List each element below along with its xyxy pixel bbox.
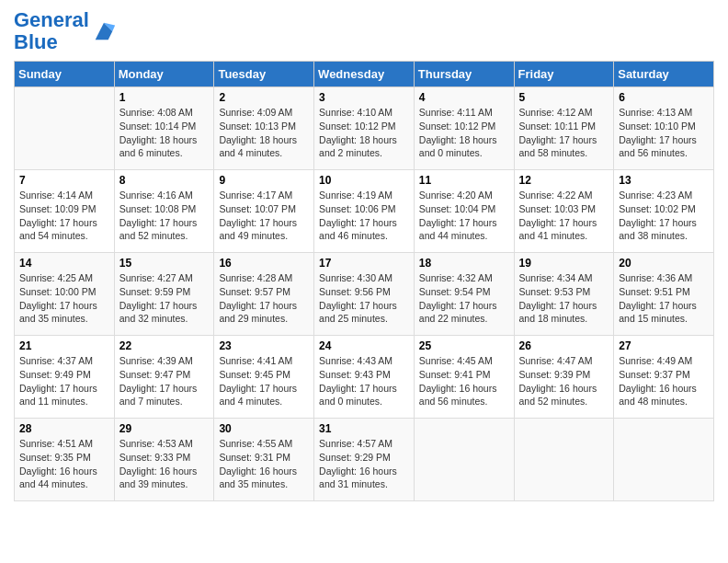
week-row-2: 7Sunrise: 4:14 AMSunset: 10:09 PMDayligh… [15, 170, 714, 253]
day-number: 31 [319, 422, 409, 435]
day-content: Sunrise: 4:08 AMSunset: 10:14 PMDaylight… [119, 106, 210, 160]
weekday-header-tuesday: Tuesday [214, 62, 314, 87]
calendar-table: SundayMondayTuesdayWednesdayThursdayFrid… [14, 61, 714, 501]
weekday-header-sunday: Sunday [15, 62, 115, 87]
day-content: Sunrise: 4:25 AMSunset: 10:00 PMDaylight… [19, 271, 109, 326]
logo-icon [91, 18, 117, 44]
calendar-cell: 5Sunrise: 4:12 AMSunset: 10:11 PMDayligh… [514, 87, 614, 170]
calendar-cell: 27Sunrise: 4:49 AMSunset: 9:37 PMDayligh… [614, 336, 714, 419]
day-content: Sunrise: 4:16 AMSunset: 10:08 PMDaylight… [119, 189, 210, 243]
day-content: Sunrise: 4:45 AMSunset: 9:41 PMDaylight:… [419, 354, 509, 408]
day-content: Sunrise: 4:43 AMSunset: 9:43 PMDaylight:… [319, 354, 409, 408]
calendar-cell [414, 419, 514, 501]
day-number: 7 [19, 174, 109, 187]
calendar-cell: 7Sunrise: 4:14 AMSunset: 10:09 PMDayligh… [15, 170, 115, 253]
day-content: Sunrise: 4:57 AMSunset: 9:29 PMDaylight:… [319, 437, 409, 491]
day-content: Sunrise: 4:10 AMSunset: 10:12 PMDaylight… [319, 106, 409, 160]
day-content: Sunrise: 4:39 AMSunset: 9:47 PMDaylight:… [119, 354, 210, 408]
logo-general: General [14, 8, 89, 31]
week-row-3: 14Sunrise: 4:25 AMSunset: 10:00 PMDaylig… [15, 253, 714, 336]
day-content: Sunrise: 4:36 AMSunset: 9:51 PMDaylight:… [619, 271, 709, 326]
logo-text: General Blue [14, 9, 89, 53]
day-content: Sunrise: 4:13 AMSunset: 10:10 PMDaylight… [619, 106, 709, 160]
calendar-cell: 17Sunrise: 4:30 AMSunset: 9:56 PMDayligh… [314, 253, 415, 336]
day-content: Sunrise: 4:32 AMSunset: 9:54 PMDaylight:… [419, 271, 509, 326]
logo: General Blue [14, 9, 117, 53]
calendar-cell: 16Sunrise: 4:28 AMSunset: 9:57 PMDayligh… [214, 253, 314, 336]
week-row-4: 21Sunrise: 4:37 AMSunset: 9:49 PMDayligh… [15, 336, 714, 419]
day-number: 2 [219, 91, 309, 104]
calendar-cell: 11Sunrise: 4:20 AMSunset: 10:04 PMDaylig… [414, 170, 514, 253]
calendar-cell: 13Sunrise: 4:23 AMSunset: 10:02 PMDaylig… [614, 170, 714, 253]
calendar-cell [15, 87, 115, 170]
day-content: Sunrise: 4:41 AMSunset: 9:45 PMDaylight:… [219, 354, 309, 408]
day-content: Sunrise: 4:19 AMSunset: 10:06 PMDaylight… [319, 189, 409, 243]
day-number: 15 [119, 257, 210, 270]
day-content: Sunrise: 4:55 AMSunset: 9:31 PMDaylight:… [219, 437, 309, 491]
day-number: 21 [19, 339, 109, 352]
day-number: 28 [19, 422, 109, 435]
day-content: Sunrise: 4:23 AMSunset: 10:02 PMDaylight… [619, 189, 709, 243]
day-number: 22 [119, 339, 210, 352]
weekday-header-row: SundayMondayTuesdayWednesdayThursdayFrid… [15, 62, 714, 87]
day-number: 6 [619, 91, 709, 104]
day-number: 13 [619, 174, 709, 187]
day-content: Sunrise: 4:28 AMSunset: 9:57 PMDaylight:… [219, 271, 309, 326]
weekday-header-monday: Monday [114, 62, 214, 87]
day-number: 3 [319, 91, 409, 104]
day-content: Sunrise: 4:20 AMSunset: 10:04 PMDaylight… [419, 189, 509, 243]
weekday-header-wednesday: Wednesday [314, 62, 415, 87]
week-row-5: 28Sunrise: 4:51 AMSunset: 9:35 PMDayligh… [15, 419, 714, 501]
calendar-cell: 8Sunrise: 4:16 AMSunset: 10:08 PMDayligh… [114, 170, 214, 253]
day-number: 16 [219, 257, 309, 270]
week-row-1: 1Sunrise: 4:08 AMSunset: 10:14 PMDayligh… [15, 87, 714, 170]
day-content: Sunrise: 4:09 AMSunset: 10:13 PMDaylight… [219, 106, 309, 160]
day-number: 20 [619, 257, 709, 270]
day-number: 18 [419, 257, 509, 270]
calendar-cell [514, 419, 614, 501]
day-number: 10 [319, 174, 409, 187]
logo-blue: Blue [14, 30, 58, 53]
page-header: General Blue [14, 9, 714, 53]
day-number: 12 [519, 174, 609, 187]
day-number: 14 [19, 257, 109, 270]
day-number: 17 [319, 257, 409, 270]
day-number: 5 [519, 91, 609, 104]
day-content: Sunrise: 4:17 AMSunset: 10:07 PMDaylight… [219, 189, 309, 243]
calendar-cell: 22Sunrise: 4:39 AMSunset: 9:47 PMDayligh… [114, 336, 214, 419]
calendar-cell: 15Sunrise: 4:27 AMSunset: 9:59 PMDayligh… [114, 253, 214, 336]
day-number: 23 [219, 339, 309, 352]
day-number: 29 [119, 422, 210, 435]
day-number: 26 [519, 339, 609, 352]
calendar-cell: 1Sunrise: 4:08 AMSunset: 10:14 PMDayligh… [114, 87, 214, 170]
calendar-cell [614, 419, 714, 501]
calendar-cell: 23Sunrise: 4:41 AMSunset: 9:45 PMDayligh… [214, 336, 314, 419]
calendar-cell: 24Sunrise: 4:43 AMSunset: 9:43 PMDayligh… [314, 336, 415, 419]
day-number: 11 [419, 174, 509, 187]
day-content: Sunrise: 4:12 AMSunset: 10:11 PMDaylight… [519, 106, 609, 160]
calendar-cell: 26Sunrise: 4:47 AMSunset: 9:39 PMDayligh… [514, 336, 614, 419]
calendar-cell: 3Sunrise: 4:10 AMSunset: 10:12 PMDayligh… [314, 87, 415, 170]
calendar-cell: 9Sunrise: 4:17 AMSunset: 10:07 PMDayligh… [214, 170, 314, 253]
day-content: Sunrise: 4:11 AMSunset: 10:12 PMDaylight… [419, 106, 509, 160]
calendar-cell: 25Sunrise: 4:45 AMSunset: 9:41 PMDayligh… [414, 336, 514, 419]
calendar-cell: 21Sunrise: 4:37 AMSunset: 9:49 PMDayligh… [15, 336, 115, 419]
weekday-header-thursday: Thursday [414, 62, 514, 87]
day-content: Sunrise: 4:51 AMSunset: 9:35 PMDaylight:… [19, 437, 109, 491]
day-content: Sunrise: 4:49 AMSunset: 9:37 PMDaylight:… [619, 354, 709, 408]
day-content: Sunrise: 4:34 AMSunset: 9:53 PMDaylight:… [519, 271, 609, 326]
day-number: 9 [219, 174, 309, 187]
day-number: 25 [419, 339, 509, 352]
calendar-cell: 4Sunrise: 4:11 AMSunset: 10:12 PMDayligh… [414, 87, 514, 170]
calendar-cell: 19Sunrise: 4:34 AMSunset: 9:53 PMDayligh… [514, 253, 614, 336]
day-content: Sunrise: 4:27 AMSunset: 9:59 PMDaylight:… [119, 271, 210, 326]
day-number: 30 [219, 422, 309, 435]
day-number: 24 [319, 339, 409, 352]
calendar-cell: 20Sunrise: 4:36 AMSunset: 9:51 PMDayligh… [614, 253, 714, 336]
calendar-cell: 30Sunrise: 4:55 AMSunset: 9:31 PMDayligh… [214, 419, 314, 501]
day-content: Sunrise: 4:37 AMSunset: 9:49 PMDaylight:… [19, 354, 109, 408]
calendar-cell: 10Sunrise: 4:19 AMSunset: 10:06 PMDaylig… [314, 170, 415, 253]
calendar-cell: 31Sunrise: 4:57 AMSunset: 9:29 PMDayligh… [314, 419, 415, 501]
day-number: 27 [619, 339, 709, 352]
calendar-cell: 29Sunrise: 4:53 AMSunset: 9:33 PMDayligh… [114, 419, 214, 501]
